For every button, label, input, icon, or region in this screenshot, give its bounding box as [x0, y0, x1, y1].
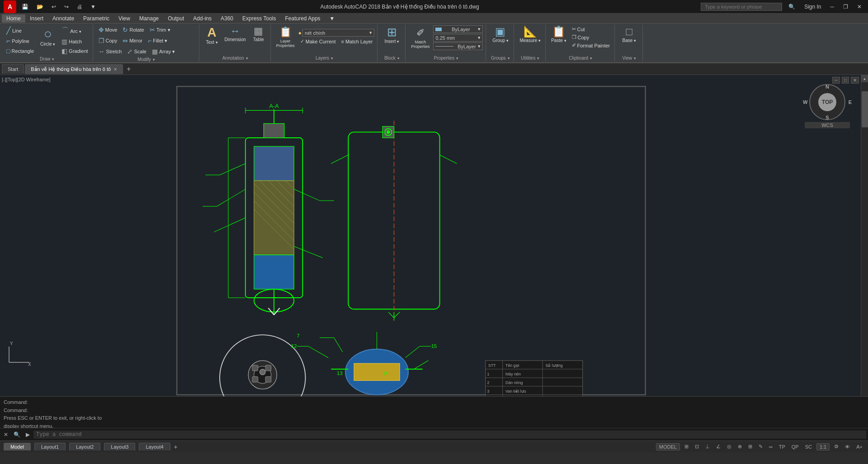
block-group-label[interactable]: Block ▾ [384, 55, 399, 61]
quick-access-undo[interactable]: ↩ [49, 3, 59, 11]
utilities-group-label[interactable]: Utilities ▾ [521, 55, 539, 61]
scroll-up-btn[interactable]: ▲ [861, 75, 868, 82]
add-layout-btn[interactable]: + [174, 443, 178, 450]
customize-quick-access[interactable]: ▼ [88, 3, 99, 11]
menu-addins[interactable]: Add-ins [189, 14, 216, 23]
otrack-btn[interactable]: ⊕ [736, 443, 744, 450]
osnap-btn[interactable]: ◎ [725, 443, 733, 450]
tpmode-btn[interactable]: TP [777, 444, 787, 450]
rect-btn[interactable]: □ Rectangle [5, 47, 36, 56]
rotate-btn[interactable]: ↻ Rotate [121, 25, 146, 34]
bylayer-color-dropdown[interactable]: ByLayer ▾ [433, 25, 483, 33]
qp-btn[interactable]: QP [790, 444, 801, 450]
lineweight-dropdown[interactable]: 0.25 mm ▾ [433, 34, 483, 42]
scroll-thumb-v[interactable] [862, 91, 868, 127]
ducs-btn[interactable]: ⊞ [746, 443, 754, 450]
menu-output[interactable]: Output [163, 14, 189, 23]
trim-btn[interactable]: ✂ Trim ▾ [148, 25, 172, 34]
array-btn[interactable]: ▦ Array ▾ [150, 47, 177, 56]
search-input[interactable] [701, 3, 782, 11]
base-btn[interactable]: □ Base ▾ [620, 25, 638, 44]
copy-btn[interactable]: ❐ Copy [97, 36, 119, 45]
quick-access-save[interactable]: 💾 [19, 3, 31, 11]
add-tab-btn[interactable]: + [124, 65, 133, 73]
dyn-btn[interactable]: ✎ [757, 443, 764, 450]
compass-ring[interactable]: N S E W TOP [809, 84, 845, 120]
quick-access-redo[interactable]: ↪ [61, 3, 71, 11]
draw-group-label[interactable]: Draw ▾ [40, 56, 54, 61]
tab-start[interactable]: Start [2, 64, 24, 74]
status-tab-layout2[interactable]: Layout2 [69, 443, 100, 450]
menu-manage[interactable]: Manage [135, 14, 163, 23]
tab-drawing-close[interactable]: ✕ [113, 67, 117, 72]
grid-btn[interactable]: ⊞ [683, 443, 690, 450]
viewport[interactable]: [-][Top][2D Wireframe] ─ □ ✕ [0, 75, 868, 441]
scale-indicator[interactable]: 1:1 [816, 443, 830, 450]
menu-workspace[interactable]: ▼ [325, 14, 340, 23]
menu-featured[interactable]: Featured Apps [281, 14, 325, 23]
menu-annotate[interactable]: Annotate [48, 14, 79, 23]
view-group-label[interactable]: View ▾ [623, 55, 637, 61]
vertical-scrollbar[interactable]: ▲ ▼ [861, 75, 868, 441]
viewport-minimize-btn[interactable]: ─ [832, 77, 840, 84]
groups-group-label[interactable]: Groups ▾ [491, 55, 510, 61]
command-input[interactable] [33, 431, 866, 439]
compass-center[interactable]: TOP [818, 93, 836, 111]
isolate-btn[interactable]: 👁 [843, 444, 852, 450]
text-btn[interactable]: A Text ▾ [203, 25, 221, 46]
line-btn[interactable]: ╱ Line [5, 25, 36, 36]
modify-group-label[interactable]: Modify ▾ [137, 56, 155, 62]
layers-group-label[interactable]: Layers ▾ [316, 55, 333, 61]
menu-insert[interactable]: Insert [25, 14, 48, 23]
arc-btn[interactable]: ⌒ Arc ▾ [60, 25, 90, 37]
menu-parametric[interactable]: Parametric [79, 14, 114, 23]
layer-dropdown[interactable]: nét chính ▾ [302, 29, 374, 37]
viewport-maximize-btn[interactable]: □ [842, 77, 849, 84]
mirror-btn[interactable]: ⇔ Mirror [121, 36, 144, 45]
clipboard-group-label[interactable]: Clipboard ▾ [569, 55, 592, 61]
model-indicator[interactable]: MODEL [656, 443, 680, 450]
match-layer-btn[interactable]: ≡ Match Layer [339, 37, 374, 45]
lweight-btn[interactable]: ═ [767, 444, 774, 450]
layer-properties-btn[interactable]: 📋 LayerProperties [274, 25, 297, 49]
status-tab-layout4[interactable]: Layout4 [139, 443, 170, 450]
properties-group-label[interactable]: Properties ▾ [434, 55, 459, 61]
fillet-btn[interactable]: ⌐ Fillet ▾ [146, 36, 169, 45]
ortho-btn[interactable]: ⊥ [703, 443, 712, 450]
circle-btn[interactable]: ○ Circle ▾ [38, 25, 58, 48]
make-current-btn[interactable]: ✓ Make Current [298, 37, 338, 45]
snap-btn[interactable]: ⊡ [693, 443, 701, 450]
insert-btn[interactable]: ⊞ Insert ▾ [383, 25, 401, 45]
move-btn[interactable]: ✥ Move [97, 25, 119, 34]
match-properties-btn[interactable]: ✐ MatchProperties [409, 26, 431, 50]
viewport-close-btn[interactable]: ✕ [851, 77, 859, 84]
menu-express[interactable]: Express Tools [238, 14, 280, 23]
settings-btn[interactable]: ⚙ [832, 443, 840, 450]
hatch-btn[interactable]: ▥ Hatch [60, 37, 90, 46]
sc-btn[interactable]: SC [803, 444, 814, 450]
search-btn[interactable]: 🔍 [786, 3, 798, 11]
format-painter-btn[interactable]: ✐ Format Painter [570, 42, 612, 49]
tab-drawing[interactable]: Bản vẽ Hệ thống Điều hòa trên ô tô ✕ [25, 64, 123, 74]
gradient-btn[interactable]: ◧ Gradient [60, 47, 90, 56]
sign-in-btn[interactable]: Sign In [802, 3, 824, 11]
cut-btn[interactable]: ✂ Cut [570, 25, 612, 33]
annotation-group-label[interactable]: Annotation ▾ [222, 55, 248, 61]
status-tab-layout1[interactable]: Layout1 [34, 443, 66, 450]
menu-home[interactable]: Home [2, 14, 25, 23]
wcs-indicator[interactable]: WCS [805, 122, 850, 128]
bylayer-line-dropdown[interactable]: ByLayer ▾ [433, 42, 483, 50]
quick-access-print[interactable]: 🖨 [74, 3, 85, 11]
cmd-clear-btn[interactable]: ✕ [2, 431, 10, 439]
polar-btn[interactable]: ∠ [714, 443, 722, 450]
cmd-arrow-btn[interactable]: ▶ [24, 431, 32, 439]
polyline-btn[interactable]: ⌐ Polyline [5, 36, 36, 46]
copy-clip-btn[interactable]: ❐ Copy [570, 33, 612, 41]
menu-a360[interactable]: A360 [216, 14, 238, 23]
status-tab-layout3[interactable]: Layout3 [104, 443, 135, 450]
group-btn[interactable]: ▣ Group ▾ [491, 25, 510, 44]
measure-btn[interactable]: 📐 Measure ▾ [518, 25, 542, 44]
dimension-btn[interactable]: ↔ Dimension [223, 25, 248, 43]
paste-btn[interactable]: 📋 Paste ▾ [549, 25, 568, 44]
scale-btn[interactable]: ⤢ Scale [125, 47, 148, 56]
